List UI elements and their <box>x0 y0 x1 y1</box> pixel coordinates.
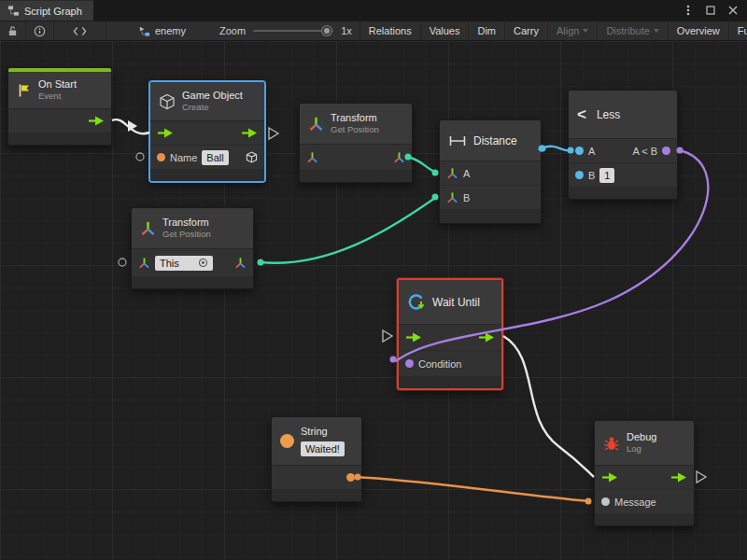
value-row: This <box>132 249 253 277</box>
node-string[interactable]: String Waited! <box>271 416 362 502</box>
node-footer <box>440 210 541 223</box>
node-title: Transform <box>331 112 379 125</box>
inspect-button[interactable] <box>26 21 54 40</box>
b-in-port[interactable] <box>575 171 584 179</box>
b-value-field[interactable]: 1 <box>599 168 614 183</box>
vector-b-port[interactable] <box>446 191 458 203</box>
node-footer <box>569 188 677 199</box>
node-subtitle: Create <box>182 102 243 113</box>
flow-in-port[interactable] <box>601 472 618 483</box>
vector-a-port[interactable] <box>446 167 458 179</box>
overview-button[interactable]: Overview <box>668 21 728 40</box>
unconnected-port-circle <box>119 259 126 266</box>
node-distance[interactable]: Distance A B <box>439 119 542 224</box>
relation-triangle <box>697 471 706 483</box>
relation-triangle <box>269 128 278 139</box>
full-screen-button[interactable]: Full Screen <box>728 21 747 40</box>
values-button[interactable]: Values <box>420 21 469 40</box>
tab-script-graph[interactable]: Script Graph <box>0 0 93 21</box>
wire-string-to-log-message <box>355 477 589 501</box>
carry-button[interactable]: Carry <box>504 21 547 40</box>
flow-in-port[interactable] <box>157 128 174 138</box>
node-title: Debug <box>627 431 656 444</box>
node-title: On Start <box>38 78 77 91</box>
graph-breadcrumb[interactable]: enemy <box>129 21 195 40</box>
graph-toolbar: enemy Zoom 1x Relations Values Dim Carry… <box>0 21 747 41</box>
zoom-slider[interactable] <box>253 30 333 32</box>
tab-title: Script Graph <box>24 6 82 17</box>
dim-button[interactable]: Dim <box>468 21 504 40</box>
relations-button[interactable]: Relations <box>359 21 420 40</box>
port-a-label: A <box>463 168 470 179</box>
condition-in-port[interactable] <box>405 359 414 368</box>
node-debug-log[interactable]: Debug Log Message <box>594 420 695 526</box>
name-in-port[interactable] <box>157 153 165 161</box>
node-subtitle: Log <box>627 443 656 455</box>
flow-row <box>8 109 111 133</box>
position-out-port[interactable] <box>393 151 405 163</box>
lock-button[interactable] <box>0 21 26 40</box>
graph-asset-icon <box>138 25 150 37</box>
node-get-position-2[interactable]: Transform Get Position This <box>131 207 254 289</box>
name-value-field[interactable]: Ball <box>202 150 228 165</box>
flow-out-port[interactable] <box>478 332 495 343</box>
port-a-label: A <box>588 146 595 157</box>
name-label: Name <box>170 152 197 163</box>
distribute-button[interactable]: Distribute <box>597 21 667 40</box>
target-value: This <box>160 257 179 270</box>
port-b-label: B <box>588 170 595 181</box>
node-header: On Start Event <box>8 72 111 109</box>
node-subtitle: Event <box>38 91 77 102</box>
node-header: Debug Log <box>595 421 694 466</box>
flow-row <box>595 466 694 490</box>
node-header: Game Object Create <box>150 82 264 121</box>
chevron-down-icon <box>654 29 659 33</box>
a-in-port[interactable] <box>575 147 584 155</box>
close-icon[interactable] <box>726 4 740 17</box>
result-out-port[interactable] <box>662 147 670 155</box>
chevrons-icon <box>73 26 87 36</box>
a-and-result-row: A A < B <box>569 139 677 163</box>
message-in-port[interactable] <box>601 497 610 506</box>
flow-out-port[interactable] <box>88 116 105 126</box>
string-out-port[interactable] <box>346 473 355 482</box>
node-header: Transform Get Position <box>132 208 253 249</box>
zoom-value: 1x <box>341 25 352 36</box>
align-button[interactable]: Align <box>547 21 597 40</box>
lock-icon <box>7 25 18 37</box>
transform-in-port[interactable] <box>306 151 318 163</box>
string-icon <box>280 434 294 448</box>
transform-in-port[interactable] <box>138 257 150 269</box>
game-object-out-port[interactable] <box>246 151 258 163</box>
zoom-slider-knob[interactable] <box>322 26 331 35</box>
bug-icon <box>603 435 620 452</box>
node-title: Distance <box>473 134 517 147</box>
graph-canvas[interactable]: On Start Event Game Object Create <box>0 41 747 560</box>
window-tab-bar: Script Graph <box>0 0 747 21</box>
flow-out-port[interactable] <box>670 472 687 483</box>
flow-row <box>399 325 501 351</box>
target-field[interactable]: This <box>155 256 213 271</box>
node-game-object-create[interactable]: Game Object Create Name Ball <box>149 81 265 182</box>
value-row <box>300 145 412 171</box>
flow-row <box>150 121 264 146</box>
flow-out-port[interactable] <box>241 128 258 138</box>
string-value-field[interactable]: Waited! <box>301 441 345 456</box>
input-a-row: A <box>440 161 541 186</box>
zoom-control: Zoom 1x <box>212 21 359 40</box>
node-get-position-1[interactable]: Transform Get Position <box>299 103 413 183</box>
chevron-down-icon <box>583 29 588 33</box>
collapse-sidebar-button[interactable] <box>54 21 106 40</box>
node-on-start-event[interactable]: On Start Event <box>7 67 112 146</box>
node-title: Less <box>597 108 620 121</box>
node-header: Distance <box>440 120 541 161</box>
unconnected-port-circle <box>136 153 144 161</box>
node-wait-until[interactable]: Wait Until Condition <box>397 278 503 390</box>
node-footer <box>272 490 361 501</box>
target-picker-icon[interactable] <box>198 258 208 268</box>
menu-icon[interactable] <box>682 4 695 17</box>
flow-in-port[interactable] <box>405 332 422 343</box>
maximize-icon[interactable] <box>704 4 717 17</box>
node-less[interactable]: < Less A A < B B 1 <box>568 90 678 200</box>
position-out-port[interactable] <box>234 257 247 269</box>
